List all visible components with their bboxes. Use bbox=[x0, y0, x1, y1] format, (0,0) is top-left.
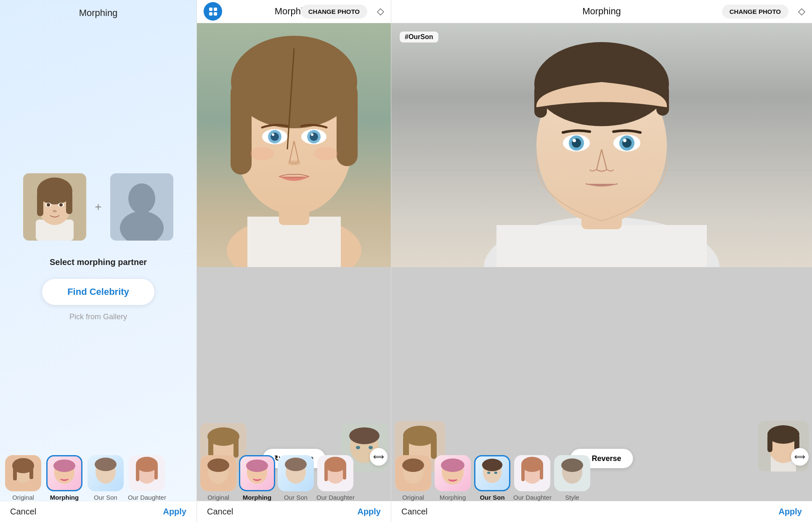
svg-rect-38 bbox=[337, 82, 358, 166]
svg-rect-5 bbox=[37, 191, 43, 216]
panel3-main-image: #OurSon ↻ Reverse bbox=[391, 23, 812, 522]
tab-label-ourson-3: Our Son bbox=[480, 494, 504, 501]
tab-thumb-ourdaughter-2 bbox=[317, 455, 353, 491]
svg-point-42 bbox=[272, 133, 274, 136]
cancel-button-3[interactable]: Cancel bbox=[401, 507, 427, 517]
svg-point-85 bbox=[573, 139, 576, 142]
svg-rect-29 bbox=[136, 464, 139, 481]
svg-point-109 bbox=[494, 472, 497, 474]
svg-rect-18 bbox=[13, 466, 17, 480]
apply-button-2[interactable]: Apply bbox=[357, 507, 381, 517]
svg-point-48 bbox=[293, 160, 300, 165]
tab-label-ourson-2: Our Son bbox=[284, 494, 308, 501]
change-photo-button-3[interactable]: CHANGE PHOTO bbox=[722, 5, 788, 19]
tab-original-2[interactable]: Original bbox=[200, 455, 236, 501]
tab-morphing-3[interactable]: Morphing bbox=[434, 455, 471, 501]
panel2-bottom-bar: Cancel Apply bbox=[197, 501, 391, 522]
plus-separator: + bbox=[95, 200, 101, 214]
tab-label-style-3: Style bbox=[565, 494, 579, 501]
tab-original-3[interactable]: Original bbox=[395, 455, 432, 501]
tab-ourdaughter-1[interactable]: Our Daughter bbox=[128, 455, 166, 501]
tab-label-ourdaughter-3: Our Daughter bbox=[513, 494, 552, 501]
tab-label-ourdaughter-1: Our Daughter bbox=[128, 494, 166, 501]
svg-point-60 bbox=[369, 446, 373, 449]
tab-thumb-morphing-1 bbox=[46, 455, 82, 491]
tab-label-original-1: Original bbox=[12, 494, 34, 501]
svg-rect-19 bbox=[29, 466, 33, 479]
eraser-icon-button-3[interactable]: ◇ bbox=[798, 6, 805, 17]
svg-point-58 bbox=[349, 427, 379, 444]
tab-label-morphing-3: Morphing bbox=[440, 494, 466, 501]
tab-thumb-ourson-1 bbox=[88, 455, 124, 491]
svg-point-116 bbox=[561, 458, 583, 472]
svg-point-108 bbox=[487, 472, 490, 474]
tab-original-1[interactable]: Original bbox=[4, 455, 42, 501]
tab-ourson-1[interactable]: Our Son bbox=[87, 455, 125, 501]
tab-thumb-ourdaughter-3 bbox=[514, 455, 550, 491]
tab-thumb-ourson-3 bbox=[474, 455, 510, 491]
svg-rect-70 bbox=[324, 464, 328, 481]
panel2-main-image: ↻ Reverse ⟺ bbox=[197, 23, 391, 522]
photo-pair: + bbox=[23, 173, 173, 241]
panel3-tabs: Original Morphing Our Son bbox=[391, 455, 812, 501]
panel3-title: Morphing bbox=[582, 6, 621, 17]
tab-ourdaughter-3[interactable]: Our Daughter bbox=[513, 455, 552, 501]
tab-thumb-style-3 bbox=[554, 455, 590, 491]
select-partner-label: Select morphing partner bbox=[50, 257, 147, 267]
apply-button-3[interactable]: Apply bbox=[778, 507, 802, 517]
tab-morphing-2[interactable]: Morphing bbox=[239, 455, 275, 501]
tab-ourson-3[interactable]: Our Son bbox=[474, 455, 511, 501]
svg-point-107 bbox=[482, 459, 502, 472]
svg-rect-30 bbox=[154, 464, 158, 480]
svg-point-59 bbox=[356, 446, 360, 449]
svg-point-89 bbox=[623, 139, 626, 142]
find-celebrity-button[interactable]: Find Celebrity bbox=[42, 279, 154, 305]
tab-thumb-original-1 bbox=[5, 455, 41, 491]
svg-point-22 bbox=[53, 459, 75, 472]
panel1-tabs: Original Morphing bbox=[0, 455, 196, 501]
svg-rect-71 bbox=[343, 464, 346, 480]
tab-label-original-2: Original bbox=[207, 494, 229, 501]
tab-thumb-ourson-2 bbox=[278, 455, 314, 491]
svg-rect-99 bbox=[767, 435, 772, 452]
panel1-title: Morphing bbox=[0, 0, 196, 23]
panel1-body: + Select morphing partner Find Celebrity… bbox=[0, 23, 196, 522]
grid-icon-button-2[interactable] bbox=[204, 2, 222, 21]
tab-morphing-1[interactable]: Morphing bbox=[45, 455, 83, 501]
source-photo[interactable] bbox=[23, 173, 86, 241]
change-photo-button-2[interactable]: CHANGE PHOTO bbox=[301, 5, 367, 19]
svg-rect-37 bbox=[231, 82, 252, 175]
svg-point-8 bbox=[47, 203, 50, 207]
svg-point-10 bbox=[59, 203, 63, 207]
tab-label-ourson-1: Our Son bbox=[94, 494, 117, 501]
svg-point-105 bbox=[441, 458, 464, 472]
tab-label-ourdaughter-2: Our Daughter bbox=[316, 494, 355, 501]
hashtag-tag-3: #OurSon bbox=[400, 32, 438, 42]
tab-ourdaughter-2[interactable]: Our Daughter bbox=[316, 455, 355, 501]
apply-button-1[interactable]: Apply bbox=[163, 507, 186, 517]
cancel-button-1[interactable]: Cancel bbox=[10, 507, 36, 517]
svg-rect-6 bbox=[66, 191, 72, 214]
panel3-bottom-bar: Cancel Apply bbox=[391, 501, 812, 522]
tab-ourson-2[interactable]: Our Son bbox=[278, 455, 314, 501]
svg-rect-76 bbox=[496, 225, 707, 267]
svg-point-50 bbox=[314, 147, 338, 160]
tab-thumb-morphing-2 bbox=[239, 455, 275, 491]
svg-point-45 bbox=[310, 132, 318, 141]
svg-point-46 bbox=[311, 133, 313, 136]
svg-point-25 bbox=[95, 458, 117, 471]
svg-rect-55 bbox=[234, 437, 239, 458]
panel3-header: Morphing CHANGE PHOTO ◇ bbox=[391, 0, 812, 23]
panel-2: Morphing CHANGE PHOTO ◇ bbox=[197, 0, 391, 522]
tab-thumb-ourdaughter-1 bbox=[129, 455, 165, 491]
tab-style-3[interactable]: Style bbox=[554, 455, 590, 501]
cancel-button-2[interactable]: Cancel bbox=[207, 507, 233, 517]
eraser-icon-button-2[interactable]: ◇ bbox=[377, 6, 384, 17]
partner-photo[interactable] bbox=[110, 173, 173, 241]
svg-point-65 bbox=[246, 459, 268, 472]
panel2-header: Morphing CHANGE PHOTO ◇ bbox=[197, 0, 391, 23]
pick-gallery-button[interactable]: Pick from Gallery bbox=[69, 313, 127, 321]
tab-label-morphing-2: Morphing bbox=[243, 494, 271, 501]
panel-1: Morphing bbox=[0, 0, 197, 522]
grid-icon-2 bbox=[209, 8, 217, 16]
